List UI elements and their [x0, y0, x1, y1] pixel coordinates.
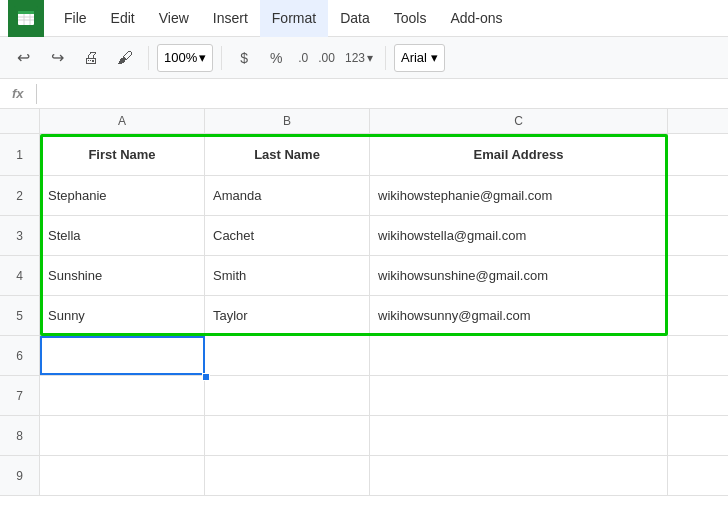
- cell-4B[interactable]: Smith: [205, 256, 370, 295]
- cell-9B[interactable]: [205, 456, 370, 495]
- cell-6C[interactable]: [370, 336, 668, 375]
- col-header-B[interactable]: B: [205, 109, 370, 133]
- toolbar-divider-2: [221, 46, 222, 70]
- menu-bar: File Edit View Insert Format Data Tools …: [0, 0, 728, 37]
- table-row: 2 Stephanie Amanda wikihowstephanie@gmai…: [0, 176, 728, 216]
- svg-rect-2: [18, 11, 34, 14]
- currency-button[interactable]: $: [230, 44, 258, 72]
- app-logo: [8, 0, 44, 37]
- row-number-3: 3: [0, 216, 40, 255]
- decimal-decrease-button[interactable]: .0: [294, 49, 312, 67]
- table-row: 8: [0, 416, 728, 456]
- cell-2A[interactable]: Stephanie: [40, 176, 205, 215]
- formula-bar: fx: [0, 79, 728, 109]
- cell-5C[interactable]: wikihowsunny@gmail.com: [370, 296, 668, 335]
- formula-input[interactable]: [41, 86, 724, 101]
- cell-5B[interactable]: Taylor: [205, 296, 370, 335]
- menu-data[interactable]: Data: [328, 0, 382, 37]
- decimal-increase-button[interactable]: .00: [314, 49, 339, 67]
- table-row: 9: [0, 456, 728, 496]
- col-header-A[interactable]: A: [40, 109, 205, 133]
- row-number-8: 8: [0, 416, 40, 455]
- zoom-dropdown-icon: ▾: [199, 50, 206, 65]
- menu-edit[interactable]: Edit: [99, 0, 147, 37]
- paint-format-button[interactable]: 🖌: [110, 43, 140, 73]
- zoom-control[interactable]: 100% ▾: [157, 44, 213, 72]
- corner-header: [0, 109, 40, 133]
- cell-2B[interactable]: Amanda: [205, 176, 370, 215]
- cell-2C[interactable]: wikihowstephanie@gmail.com: [370, 176, 668, 215]
- font-dropdown-icon: ▾: [431, 50, 438, 65]
- cell-3C[interactable]: wikihowstella@gmail.com: [370, 216, 668, 255]
- row-number-9: 9: [0, 456, 40, 495]
- font-name: Arial: [401, 50, 427, 65]
- menu-addons[interactable]: Add-ons: [438, 0, 514, 37]
- cell-4C[interactable]: wikihowsunshine@gmail.com: [370, 256, 668, 295]
- menu-insert[interactable]: Insert: [201, 0, 260, 37]
- menu-view[interactable]: View: [147, 0, 201, 37]
- fill-handle[interactable]: [202, 373, 210, 381]
- row-number-1: 1: [0, 134, 40, 175]
- cell-8B[interactable]: [205, 416, 370, 455]
- toolbar-divider-3: [385, 46, 386, 70]
- print-button[interactable]: 🖨: [76, 43, 106, 73]
- undo-button[interactable]: ↩: [8, 43, 38, 73]
- cell-9C[interactable]: [370, 456, 668, 495]
- table-row: 1 First Name Last Name Email Address: [0, 134, 728, 176]
- col-header-C[interactable]: C: [370, 109, 668, 133]
- cell-8A[interactable]: [40, 416, 205, 455]
- table-row: 4 Sunshine Smith wikihowsunshine@gmail.c…: [0, 256, 728, 296]
- table-row: 3 Stella Cachet wikihowstella@gmail.com: [0, 216, 728, 256]
- redo-button[interactable]: ↪: [42, 43, 72, 73]
- toolbar: ↩ ↪ 🖨 🖌 100% ▾ $ % .0 .00 123 ▾ Arial ▾: [0, 37, 728, 79]
- cell-9A[interactable]: [40, 456, 205, 495]
- formula-divider: [36, 84, 37, 104]
- table-row: 6: [0, 336, 728, 376]
- cell-5A[interactable]: Sunny: [40, 296, 205, 335]
- zoom-value: 100%: [164, 50, 197, 65]
- row-number-7: 7: [0, 376, 40, 415]
- percent-button[interactable]: %: [262, 44, 290, 72]
- cell-7A[interactable]: [40, 376, 205, 415]
- more-formats-button[interactable]: 123 ▾: [341, 49, 377, 67]
- spreadsheet: A B C 1 First Name Last Name Email Addre…: [0, 109, 728, 496]
- cell-1C[interactable]: Email Address: [370, 134, 668, 175]
- cell-1B[interactable]: Last Name: [205, 134, 370, 175]
- cell-7B[interactable]: [205, 376, 370, 415]
- cell-6B[interactable]: [205, 336, 370, 375]
- more-formats-label: 123: [345, 51, 365, 65]
- font-selector[interactable]: Arial ▾: [394, 44, 445, 72]
- menu-tools[interactable]: Tools: [382, 0, 439, 37]
- cell-6A[interactable]: [40, 336, 205, 375]
- cell-4A[interactable]: Sunshine: [40, 256, 205, 295]
- more-formats-icon: ▾: [367, 51, 373, 65]
- row-number-4: 4: [0, 256, 40, 295]
- cell-3B[interactable]: Cachet: [205, 216, 370, 255]
- cell-7C[interactable]: [370, 376, 668, 415]
- cell-1A[interactable]: First Name: [40, 134, 205, 175]
- row-number-2: 2: [0, 176, 40, 215]
- column-headers: A B C: [0, 109, 728, 134]
- cell-3A[interactable]: Stella: [40, 216, 205, 255]
- menu-format[interactable]: Format: [260, 0, 328, 37]
- toolbar-divider-1: [148, 46, 149, 70]
- table-row: 5 Sunny Taylor wikihowsunny@gmail.com: [0, 296, 728, 336]
- row-number-6: 6: [0, 336, 40, 375]
- menu-file[interactable]: File: [52, 0, 99, 37]
- formula-icon: fx: [4, 86, 32, 101]
- format-number-group: .0 .00 123 ▾: [294, 49, 377, 67]
- row-number-5: 5: [0, 296, 40, 335]
- table-row: 7: [0, 376, 728, 416]
- cell-8C[interactable]: [370, 416, 668, 455]
